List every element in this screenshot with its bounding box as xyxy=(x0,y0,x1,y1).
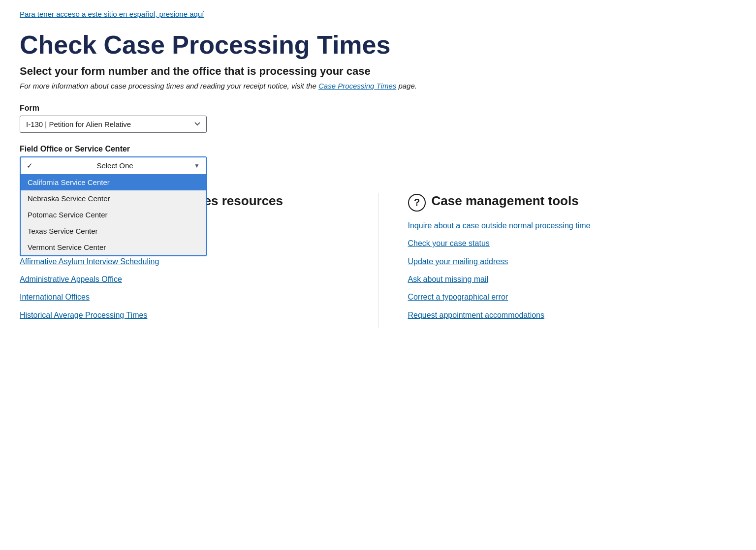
dropdown-option-california[interactable]: California Service Center xyxy=(21,174,206,190)
historical-avg-link[interactable]: Historical Average Processing Times xyxy=(20,311,147,319)
list-item: Update your mailing address xyxy=(408,256,737,267)
dropdown-display-text: Select One xyxy=(96,161,133,170)
form-label: Form xyxy=(20,104,736,113)
case-status-link[interactable]: Check your case status xyxy=(408,239,490,247)
aao-link[interactable]: Administrative Appeals Office xyxy=(20,275,122,283)
page-title: Check Case Processing Times xyxy=(20,31,736,60)
dropdown-option-nebraska[interactable]: Nebraska Service Center xyxy=(21,190,206,207)
appointment-link[interactable]: Request appointment accommodations xyxy=(408,311,545,319)
list-item: Inquire about a case outside normal proc… xyxy=(408,220,737,231)
question-icon: ? xyxy=(408,194,426,212)
info-suffix: page. xyxy=(396,82,417,90)
option-label: Potomac Service Center xyxy=(28,211,108,219)
page-subtitle: Select your form number and the office t… xyxy=(20,65,736,78)
case-processing-times-link[interactable]: Case Processing Times xyxy=(318,82,396,90)
right-col-header: ? Case management tools xyxy=(408,193,737,212)
right-col-links: Inquire about a case outside normal proc… xyxy=(408,220,737,321)
inquire-link[interactable]: Inquire about a case outside normal proc… xyxy=(408,221,591,230)
dropdown-option-potomac[interactable]: Potomac Service Center xyxy=(21,207,206,223)
option-label: Texas Service Center xyxy=(28,227,98,235)
spanish-link-container: Para tener acceso a este sitio en españo… xyxy=(20,10,736,19)
right-column: ? Case management tools Inquire about a … xyxy=(408,193,737,328)
list-item: Affirmative Asylum Interview Scheduling xyxy=(20,256,348,267)
asylum-link[interactable]: Affirmative Asylum Interview Scheduling xyxy=(20,257,159,266)
international-offices-link[interactable]: International Offices xyxy=(20,293,90,301)
info-text: For more information about case processi… xyxy=(20,82,736,90)
list-item: Request appointment accommodations xyxy=(408,310,737,321)
list-item: Historical Average Processing Times xyxy=(20,310,348,321)
option-label: California Service Center xyxy=(28,178,110,186)
dropdown-options-list: California Service Center Nebraska Servi… xyxy=(20,174,207,256)
dropdown-arrow-icon: ▼ xyxy=(194,162,200,169)
svg-text:?: ? xyxy=(413,197,419,208)
dropdown-option-texas[interactable]: Texas Service Center xyxy=(21,223,206,239)
list-item: Correct a typographical error xyxy=(408,292,737,303)
dropdown-selected-value[interactable]: ✓ Select One ▼ xyxy=(21,157,206,174)
list-item: International Offices xyxy=(20,292,348,303)
list-item: Ask about missing mail xyxy=(408,274,737,285)
dropdown-option-vermont[interactable]: Vermont Service Center xyxy=(21,239,206,255)
option-label: Nebraska Service Center xyxy=(28,194,110,203)
option-label: Vermont Service Center xyxy=(28,243,106,251)
list-item: Check your case status xyxy=(408,238,737,249)
field-office-label: Field Office or Service Center xyxy=(20,145,736,153)
list-item: Administrative Appeals Office xyxy=(20,274,348,285)
check-mark: ✓ xyxy=(27,161,33,170)
field-office-section: Field Office or Service Center ✓ Select … xyxy=(20,145,736,175)
column-divider xyxy=(378,193,378,328)
form-select[interactable]: I-130 | Petition for Alien Relative I-13… xyxy=(20,116,207,133)
typo-link[interactable]: Correct a typographical error xyxy=(408,293,508,301)
spanish-link[interactable]: Para tener acceso a este sitio en españo… xyxy=(20,10,204,18)
form-section: Form I-130 | Petition for Alien Relative… xyxy=(20,104,736,133)
mailing-address-link[interactable]: Update your mailing address xyxy=(408,257,508,266)
info-prefix: For more information about case processi… xyxy=(20,82,318,90)
right-col-title: Case management tools xyxy=(432,193,579,209)
missing-mail-link[interactable]: Ask about missing mail xyxy=(408,275,489,283)
field-office-dropdown[interactable]: ✓ Select One ▼ California Service Center… xyxy=(20,156,207,175)
